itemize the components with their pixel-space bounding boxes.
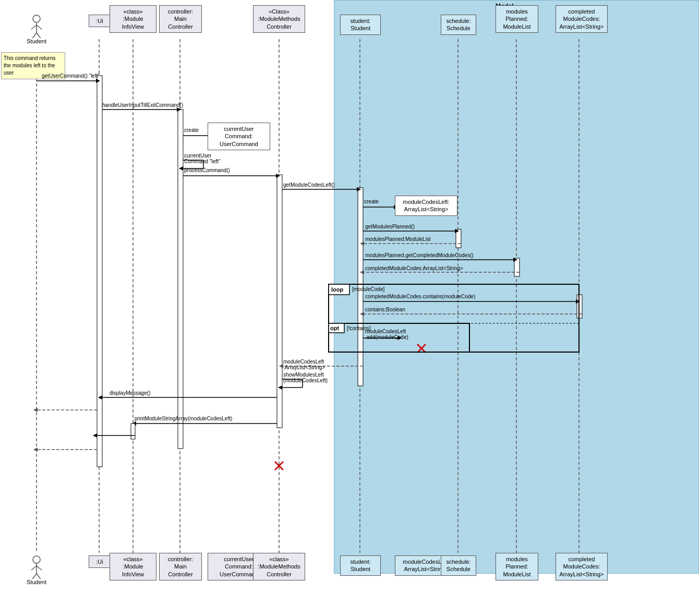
- lifeline-moduleMethodsController-top-label: «Class»:ModuleMethodsController: [258, 8, 300, 30]
- msg-create1: create: [184, 127, 199, 133]
- svg-marker-57: [132, 421, 136, 426]
- msg-addModuleCode: moduleCodesLeft.add(moduleCode): [365, 329, 408, 340]
- lifeline-completedModuleCodes-top: completedModuleCodes:ArrayList<String>: [556, 5, 608, 33]
- msg-getCompletedModuleCodes: modulesPlanned.getCompletedModuleCodes(): [365, 252, 474, 258]
- actor-student-bottom-label: Student: [21, 579, 52, 585]
- bottom-modulesPlanned: modulesPlanned:ModuleList: [496, 553, 538, 580]
- msg-createModuleCodesLeft: create: [364, 199, 379, 204]
- lifeline-mainController-top-label: controller:MainController: [168, 8, 193, 30]
- msg-containsReturn: contains:Boolean: [365, 307, 405, 312]
- msg-printModuleStringArray: printModuleStringArray(moduleCodesLeft): [135, 416, 232, 421]
- svg-marker-25: [179, 166, 183, 171]
- svg-line-80: [31, 33, 37, 38]
- msg-getModuleCodesLeft: getModuleCodesLeft(): [283, 182, 335, 188]
- svg-line-87: [37, 574, 42, 579]
- svg-marker-17: [96, 79, 100, 83]
- lifeline-studentObj-top: student:Student: [340, 15, 381, 35]
- msg-completedModuleCodesReturn: completedModuleCodes:ArrayList<String>: [365, 265, 463, 271]
- msg-contains: completedModuleCodes.contains(moduleCode…: [365, 294, 475, 299]
- svg-line-85: [37, 566, 42, 570]
- svg-marker-53: [98, 395, 102, 400]
- lifeline-moduleInfoView-top: «class»:ModuleInfoView: [110, 5, 156, 33]
- lifeline-ui-top: :Ui: [89, 15, 111, 27]
- lifeline-completedModuleCodes-top-label: completedModuleCodes:ArrayList<String>: [560, 8, 604, 30]
- svg-rect-11: [277, 175, 282, 428]
- object-moduleCodesLeft: moduleCodesLeft:ArrayList<String>: [395, 196, 457, 216]
- bottom-studentObj: student:Student: [340, 555, 381, 576]
- lifeline-studentObj-top-label: student:Student: [350, 18, 370, 31]
- msg-getUserCommand: getUserCommand() "left": [42, 73, 100, 79]
- msg-processCommand: processCommand(): [184, 167, 230, 173]
- svg-point-76: [33, 15, 40, 22]
- lifeline-ui-top-label: :Ui: [96, 18, 103, 24]
- bottom-moduleInfoView: «class»:ModuleInfoView: [110, 553, 156, 580]
- model-background: [334, 0, 699, 574]
- svg-marker-51: [278, 385, 282, 390]
- actor-student-top: Student: [21, 15, 52, 44]
- diagram-container: Model: [0, 0, 700, 605]
- lifeline-schedule-top: schedule:Schedule: [441, 15, 476, 35]
- svg-rect-58: [131, 424, 135, 439]
- svg-line-81: [37, 33, 42, 38]
- object-currentUserCommand: currentUserCommand:UserCommand: [208, 123, 270, 150]
- msg-moduleCodesLeftReturn: moduleCodesLeft:ArrayList<String>: [283, 359, 325, 370]
- bottom-schedule: schedule:Schedule: [441, 555, 476, 576]
- msg-currentUserCommand: currentUserCommand "left": [184, 153, 220, 164]
- lifeline-moduleInfoView-top-label: «class»:ModuleInfoView: [122, 8, 144, 30]
- svg-marker-60: [93, 433, 97, 438]
- svg-point-82: [33, 556, 40, 563]
- svg-line-84: [31, 566, 37, 570]
- svg-line-86: [31, 574, 37, 579]
- msg-modulesPlannedReturn: modulesPlanned:ModuleList: [365, 236, 431, 242]
- svg-line-64: [275, 462, 283, 470]
- lifeline-modulesPlanned-top-label: modulesPlanned:ModuleList: [503, 8, 530, 30]
- actor-student-top-label: Student: [21, 38, 52, 44]
- bottom-mainController: controller:MainController: [159, 553, 202, 580]
- svg-marker-27: [276, 174, 280, 178]
- msg-getModulesPlanned: getModulesPlanned(): [365, 224, 415, 229]
- bottom-completedModuleCodes: completedModuleCodes:ArrayList<String>: [556, 553, 608, 580]
- svg-marker-55: [33, 408, 38, 412]
- svg-marker-47: [279, 364, 283, 368]
- lifeline-moduleMethodsController-top: «Class»:ModuleMethodsController: [253, 5, 305, 33]
- lifeline-schedule-top-label: schedule:Schedule: [446, 18, 470, 31]
- svg-line-79: [37, 25, 42, 29]
- svg-marker-62: [33, 447, 38, 452]
- svg-line-63: [275, 462, 283, 470]
- svg-rect-10: [178, 110, 183, 449]
- bottom-moduleMethodsController: «class»:ModuleMethodsController: [253, 553, 305, 580]
- bottom-ui: :Ui: [89, 555, 111, 568]
- msg-showModulesLeft: showModulesLeft(moduleCodesLeft): [283, 372, 328, 383]
- svg-marker-19: [177, 107, 181, 112]
- svg-line-78: [31, 25, 37, 29]
- actor-student-bottom: Student: [21, 555, 52, 585]
- msg-displayMessage: displayMessage(): [110, 390, 150, 396]
- lifeline-mainController-top: controller:MainController: [159, 5, 202, 33]
- lifeline-modulesPlanned-top: modulesPlanned:ModuleList: [496, 5, 538, 33]
- msg-handleUserInput: handleUserInputTillExitCommand(): [102, 102, 183, 108]
- svg-rect-9: [97, 76, 102, 467]
